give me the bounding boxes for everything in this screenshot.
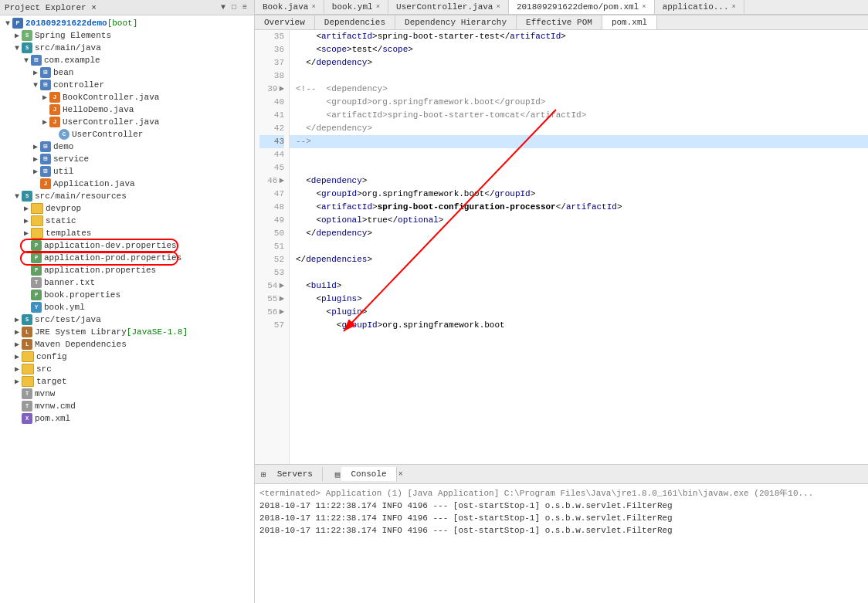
app-prod-props-label: application-prod.properties [44,253,181,263]
tree-item-static[interactable]: ▶ static [0,215,254,227]
code-line-57: <groupId>org.springframework.boot [290,319,868,332]
tree-item-root-project[interactable]: ▼ P 201809291622demo [boot] [0,17,254,29]
spring-icon: S [22,30,32,41]
tree-item-application[interactable]: J Application.java [0,178,254,190]
tree-item-bean[interactable]: ▶ ⊞ bean [0,66,254,79]
spring-elements-label: Spring Elements [35,31,111,40]
tree-item-app-props[interactable]: P application.properties [0,264,254,276]
src-main-resources-label: src/main/resources [35,191,127,201]
tree-item-maven-deps[interactable]: ▶ L Maven Dependencies [0,338,254,351]
java-icon-hellodemo: J [49,104,60,115]
line-num-50: 50 [259,227,284,240]
tab-close-application[interactable]: × [732,3,736,11]
tree-item-mvnw[interactable]: T mvnw [0,388,254,400]
interface-icon-uc: C [59,129,70,140]
tree-item-devprop[interactable]: ▶ devprop [0,202,254,215]
tree-item-usercontroller-class[interactable]: C UserController [0,128,254,141]
bottom-tab-console[interactable]: Console [341,467,396,481]
tree-item-templates[interactable]: ▶ templates [0,227,254,239]
bean-pkg-icon: ⊞ [40,67,51,78]
expand-arrow-target: ▶ [12,377,22,386]
tab-book-java[interactable]: Book.java × [255,0,324,14]
txt-icon-banner: T [31,277,42,288]
expand-arrow-bean: ▶ [31,68,40,77]
tree-item-src-test-java[interactable]: ▶ S src/test/java [0,313,254,326]
pom-tab-dep-hierarchy[interactable]: Dependency Hierarchy [395,15,517,29]
minimize-icon[interactable]: ▼ [219,2,228,12]
line-num-44: 44 [259,148,284,161]
java-icon-bookcontroller: J [49,92,60,103]
tab-usercontroller[interactable]: UserController.java × [388,0,509,14]
expand-arrow-jre: ▶ [12,327,22,337]
pom-tab-pom-xml-label: pom.xml [612,18,647,27]
tree-item-app-prod-props[interactable]: P application-prod.properties [0,252,254,264]
tab-book-yml[interactable]: book.yml × [324,0,388,14]
project-tree: ▼ P 201809291622demo [boot] ▶ S Spring E… [0,15,254,603]
expand-arrow-bookcontroller: ▶ [40,93,49,102]
app-dev-props-label: application-dev.properties [44,241,177,250]
tree-item-mvnw-cmd[interactable]: T mvnw.cmd [0,400,254,412]
tree-item-src-main-java[interactable]: ▼ S src/main/java [0,42,254,54]
tree-item-config[interactable]: ▶ config [0,351,254,363]
tab-close-book-yml[interactable]: × [376,3,380,11]
code-line-35: <artifactId>spring-boot-starter-test</ar… [290,30,868,43]
tree-item-target[interactable]: ▶ target [0,375,254,388]
static-label: static [46,216,76,225]
tab-close-pom-xml[interactable]: × [642,3,646,11]
demo-label: demo [53,142,73,151]
bottom-tab-servers[interactable]: Servers [268,467,323,481]
tree-item-bookcontroller[interactable]: ▶ J BookController.java [0,91,254,103]
panel-title: Project Explorer × [5,3,97,12]
code-line-50: </dependency> [290,227,868,240]
tree-item-demo[interactable]: ▶ ⊞ demo [0,141,254,153]
tree-item-pom-xml[interactable]: X pom.xml [0,412,254,425]
pom-tab-dependencies[interactable]: Dependencies [315,15,395,29]
folder-icon-devprop [31,203,43,214]
tree-item-hellodemo[interactable]: J HelloDemo.java [0,103,254,116]
action-icon3[interactable]: ≡ [240,2,249,12]
txt-icon-mvnw: T [22,388,32,399]
util-pkg-icon: ⊞ [40,166,51,177]
folder-icon-static [31,215,43,226]
pom-tab-pom-xml[interactable]: pom.xml [602,15,657,29]
controller-pkg-icon: ⊞ [40,80,51,90]
tree-item-com-example[interactable]: ▼ ⊞ com.example [0,54,254,66]
line-num-49: 49 [259,214,284,227]
tree-item-jre-library[interactable]: ▶ L JRE System Library [JavaSE-1.8] [0,326,254,338]
tree-item-service[interactable]: ▶ ⊞ service [0,153,254,165]
code-text[interactable]: <artifactId>spring-boot-starter-test</ar… [290,30,868,464]
tab-pom-xml[interactable]: 201809291622demo/pom.xml × [509,0,655,14]
tree-item-util[interactable]: ▶ ⊞ util [0,165,254,178]
pom-tab-effective-pom[interactable]: Effective POM [517,15,602,29]
tree-item-usercontroller-file[interactable]: ▶ J UserController.java [0,116,254,128]
tree-item-app-dev-props[interactable]: P application-dev.properties [0,239,254,252]
tab-close-book-java[interactable]: × [311,3,315,11]
tree-item-src-main-resources[interactable]: ▼ S src/main/resources [0,190,254,202]
tree-item-controller[interactable]: ▼ ⊞ controller [0,79,254,91]
line-num-40: 40 [259,96,284,109]
console-close-icon[interactable]: × [398,470,403,479]
code-line-55: <plugins> [290,293,868,306]
expand-arrow-src-java: ▼ [12,44,22,53]
tree-item-banner-txt[interactable]: T banner.txt [0,276,254,289]
yml-icon-book: Y [31,302,42,313]
line-num-43: 43 [259,135,284,148]
controller-label: controller [53,80,104,90]
pom-tab-effective-pom-label: Effective POM [526,18,592,27]
maximize-icon[interactable]: □ [229,2,239,12]
content-area: Project Explorer × ▼ □ ≡ ▼ P 20180929162… [0,0,868,603]
tree-item-spring-elements[interactable]: ▶ S Spring Elements [0,29,254,42]
code-line-47: <groupId>org.springframework.boot</group… [290,188,868,201]
tab-application[interactable]: applicatio... × [655,0,744,14]
tab-close-usercontroller[interactable]: × [496,3,500,11]
line-num-57: 57 [259,319,284,332]
txt-icon-mvnw-cmd: T [22,401,32,412]
tree-item-book-props[interactable]: P book.properties [0,289,254,301]
console-log-line-1: 2018-10-17 11:22:38.174 INFO 4196 --- [o… [259,500,863,512]
tab-label-application: applicatio... [663,2,729,12]
pom-tab-overview[interactable]: Overview [255,15,315,29]
tree-item-book-yml[interactable]: Y book.yml [0,301,254,313]
line-num-51: 51 [259,240,284,253]
tree-item-src[interactable]: ▶ src [0,363,254,375]
project-icon: P [12,18,23,29]
